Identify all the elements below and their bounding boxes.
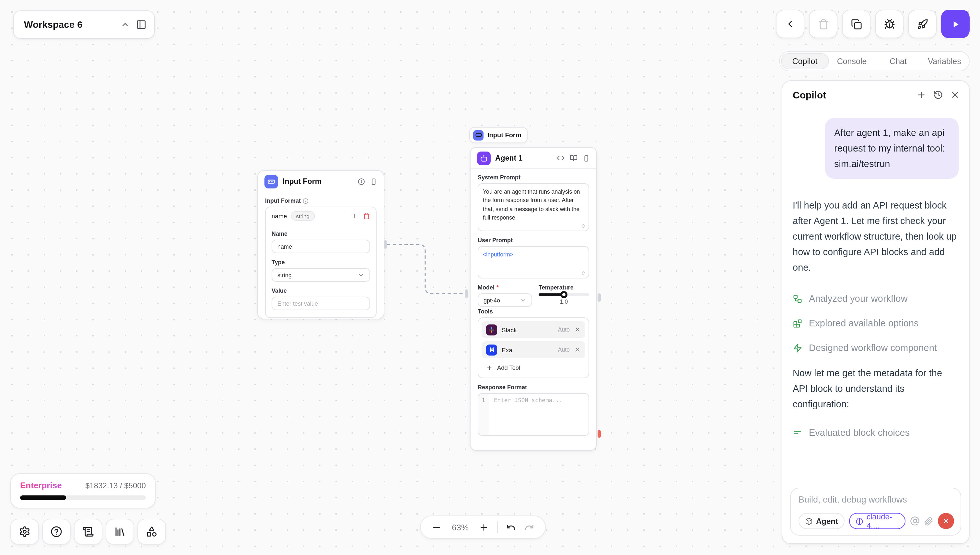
shapes-icon — [146, 526, 158, 537]
name-label: Name — [272, 231, 370, 237]
workspace-switcher[interactable]: Workspace 6 — [13, 10, 155, 39]
logs-button[interactable] — [74, 519, 102, 545]
node-header[interactable]: Input Form — [258, 171, 384, 192]
copilot-panel: Copilot After agent 1, make an api reque… — [782, 80, 970, 544]
delete-field-icon[interactable] — [363, 212, 370, 220]
agent-node[interactable]: Agent 1 System Prompt You are an agent t… — [470, 147, 597, 451]
zoom-out-icon[interactable] — [432, 522, 441, 532]
delete-button[interactable] — [809, 10, 837, 38]
settings-button[interactable] — [10, 519, 39, 545]
scroll-icon — [82, 526, 94, 537]
code-icon[interactable] — [557, 154, 565, 162]
field-row[interactable]: name string — [266, 207, 376, 225]
agent-icon — [477, 151, 491, 165]
resize-icon[interactable] — [581, 271, 586, 276]
workspace-name: Workspace 6 — [24, 19, 121, 30]
copilot-input-box[interactable]: Agent claude-4.... — [790, 488, 961, 536]
user-message-bubble: After agent 1, make an api request to my… — [825, 118, 959, 179]
stop-button[interactable] — [938, 513, 954, 529]
user-prompt-textarea[interactable]: <inputform> — [478, 246, 589, 279]
zoom-level: 63% — [450, 522, 471, 532]
tool-row-slack[interactable]: Slack Auto — [481, 321, 585, 338]
name-input[interactable]: name — [272, 240, 370, 253]
usage-card[interactable]: Enterprise $1832.13 / $5000 — [10, 473, 156, 508]
deploy-button[interactable] — [908, 10, 937, 38]
brain-icon — [856, 517, 863, 525]
tab-variables[interactable]: Variables — [921, 53, 968, 69]
duplicate-button[interactable] — [842, 10, 871, 38]
temperature-slider[interactable] — [539, 294, 589, 296]
error-handle[interactable] — [598, 430, 601, 438]
copilot-input[interactable] — [798, 495, 954, 504]
chevron-down-icon — [358, 272, 364, 278]
close-icon[interactable] — [950, 90, 960, 100]
preview-icon[interactable] — [583, 154, 590, 162]
input-form-node[interactable]: Input Form Input Format name string — [257, 170, 385, 319]
tool-mode[interactable]: Auto — [558, 346, 570, 353]
tab-console[interactable]: Console — [829, 53, 875, 69]
preview-icon[interactable] — [370, 178, 377, 185]
source-handle[interactable] — [598, 294, 601, 302]
gear-icon — [19, 526, 31, 537]
tools-list: Slack Auto Exa Auto Add Tool — [478, 317, 589, 378]
attachment-icon[interactable] — [924, 517, 933, 526]
assistant-steps: Analyzed your workflow Explored availabl… — [793, 294, 959, 353]
library-icon — [114, 526, 126, 537]
tools-label: Tools — [478, 308, 589, 315]
tool-mode[interactable]: Auto — [558, 326, 570, 333]
slider-thumb[interactable] — [560, 291, 568, 298]
value-input[interactable]: Enter test value — [272, 297, 370, 310]
tab-chat[interactable]: Chat — [875, 53, 921, 69]
new-chat-icon[interactable] — [916, 90, 926, 100]
temperature-value: 1.0 — [539, 298, 589, 305]
help-button[interactable] — [42, 519, 71, 545]
tab-copilot[interactable]: Copilot — [781, 53, 829, 69]
model-select[interactable]: gpt-4o — [478, 294, 532, 307]
json-schema-placeholder[interactable]: Enter JSON schema... — [489, 394, 589, 435]
target-handle[interactable] — [465, 289, 468, 298]
add-field-icon[interactable] — [351, 212, 358, 220]
temperature-label: Temperature — [539, 284, 589, 291]
system-prompt-textarea[interactable]: You are an agent that runs analysis on t… — [478, 183, 589, 231]
add-tool-button[interactable]: Add Tool — [481, 361, 585, 374]
canvas-toolbar — [776, 10, 970, 38]
step-label: Analyzed your workflow — [809, 294, 908, 304]
box-icon — [805, 517, 813, 525]
tool-row-exa[interactable]: Exa Auto — [481, 341, 585, 358]
knowledge-button[interactable] — [106, 519, 134, 545]
templates-button[interactable] — [137, 519, 166, 545]
docs-icon[interactable] — [570, 154, 578, 162]
copilot-messages[interactable]: After agent 1, make an api request to my… — [782, 106, 969, 481]
usage-amount: $1832.13 / $5000 — [85, 481, 146, 490]
input-form-tag[interactable]: Input Form — [469, 127, 528, 143]
model-selector[interactable]: claude-4.... — [849, 513, 906, 529]
response-format-editor[interactable]: 1 Enter JSON schema... — [478, 393, 589, 436]
remove-tool-icon[interactable] — [574, 346, 581, 353]
remove-tool-icon[interactable] — [574, 326, 581, 333]
zoom-in-icon[interactable] — [479, 522, 489, 532]
step-item: Designed workflow component — [793, 343, 959, 353]
panel-left-icon[interactable] — [136, 19, 146, 30]
mode-selector[interactable]: Agent — [798, 513, 845, 529]
back-button[interactable] — [776, 10, 805, 38]
resize-icon[interactable] — [581, 223, 586, 229]
redo-icon[interactable] — [525, 522, 534, 532]
workflow-canvas[interactable]: Workspace 6 Copilot Console Chat Variabl… — [0, 0, 980, 555]
response-format-label: Response Format — [478, 384, 589, 390]
undo-icon[interactable] — [506, 522, 516, 532]
info-icon[interactable] — [358, 178, 365, 185]
mention-icon[interactable] — [910, 516, 920, 526]
history-icon[interactable] — [933, 90, 943, 100]
bottom-dock — [10, 519, 166, 545]
source-handle[interactable] — [384, 240, 387, 249]
type-select[interactable]: string — [272, 268, 370, 282]
run-button[interactable] — [941, 10, 970, 38]
debug-button[interactable] — [875, 10, 904, 38]
tool-name: Slack — [502, 326, 554, 333]
node-header[interactable]: Agent 1 — [471, 148, 596, 169]
usage-progress — [20, 496, 146, 500]
chevron-up-icon[interactable] — [121, 20, 130, 29]
system-prompt-label: System Prompt — [478, 174, 589, 181]
slack-icon — [486, 324, 497, 335]
step-item: Analyzed your workflow — [793, 294, 959, 304]
